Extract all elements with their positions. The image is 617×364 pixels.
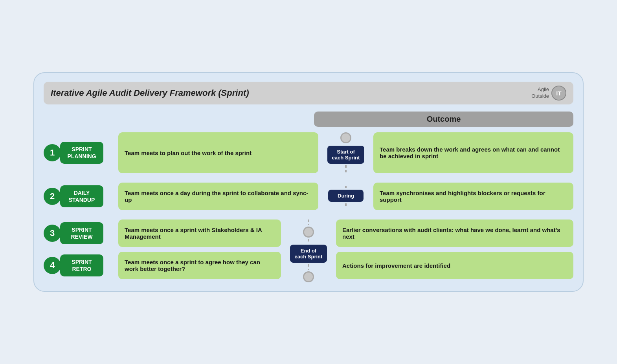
connector-top-1 — [340, 132, 351, 143]
num-1: 1 — [44, 144, 61, 161]
logo-text: Agile Outside — [531, 86, 549, 100]
row4-right: Actions for improvement are identified — [336, 252, 573, 279]
right-desc-4: Actions for improvement are identified — [336, 252, 573, 279]
timing-end: End of each Sprint — [290, 245, 327, 263]
dash-bot-2 — [345, 203, 347, 207]
framework-body: 1 SPRINT PLANNING Team meets to plan out… — [44, 132, 573, 282]
badge-1: 1 SPRINT PLANNING — [44, 142, 114, 164]
num-3: 3 — [44, 225, 61, 242]
row-sprint-review-retro: 3 SPRINT REVIEW Team meets once a sprint… — [44, 219, 573, 282]
dash-top-end — [308, 219, 309, 225]
logo-area: Agile Outside iT — [531, 86, 566, 101]
left-stacked: 3 SPRINT REVIEW Team meets once a sprint… — [44, 219, 281, 282]
timing-2: During — [328, 190, 364, 202]
label-sprint-review: SPRINT REVIEW — [60, 222, 103, 244]
left-desc-3: Team meets once a sprint with Stakeholde… — [118, 219, 281, 247]
center-1: Start of each Sprint — [318, 132, 373, 173]
main-title: Iterative Agile Audit Delivery Framework… — [51, 88, 249, 98]
row-daily-standup: 2 DAILY STANDUP Team meets once a day du… — [44, 183, 573, 210]
dash-bot-end — [308, 264, 309, 270]
right-desc-3: Earlier conversations with audit clients… — [336, 219, 573, 247]
timing-1: Start of each Sprint — [327, 146, 365, 164]
right-stacked: Earlier conversations with audit clients… — [336, 219, 573, 282]
label-sprint-planning: SPRINT PLANNING — [60, 142, 103, 164]
left-desc-1: Team meets to plan out the work of the s… — [118, 132, 318, 173]
connector-bottom — [303, 271, 314, 282]
outcome-row: Outcome — [44, 112, 573, 127]
badge-2: 2 DAILY STANDUP — [44, 185, 114, 207]
num-4: 4 — [44, 257, 61, 274]
dash-mid-end — [308, 239, 309, 243]
num-2: 2 — [44, 188, 61, 205]
dash-top-2 — [345, 186, 347, 190]
connector-end — [303, 227, 314, 238]
row3-left: 3 SPRINT REVIEW Team meets once a sprint… — [44, 219, 281, 247]
row3-right: Earlier conversations with audit clients… — [336, 219, 573, 247]
left-desc-2: Team meets once a day during the sprint … — [118, 183, 318, 210]
left-desc-4: Team meets once a sprint to agree how th… — [118, 252, 281, 279]
right-desc-2: Team synchronises and highlights blocker… — [373, 183, 573, 210]
label-sprint-retro: SPRINT RETRO — [60, 254, 103, 276]
badge-4: 4 SPRINT RETRO — [44, 254, 114, 276]
row4-left: 4 SPRINT RETRO Team meets once a sprint … — [44, 252, 281, 279]
dash-1 — [345, 165, 347, 173]
label-daily-standup: DAILY STANDUP — [60, 185, 103, 207]
center-2: During — [318, 183, 373, 210]
badge-3: 3 SPRINT REVIEW — [44, 222, 114, 244]
row-sprint-planning: 1 SPRINT PLANNING Team meets to plan out… — [44, 132, 573, 173]
framework-container: Iterative Agile Audit Delivery Framework… — [33, 72, 584, 292]
outcome-bar: Outcome — [314, 112, 573, 127]
center-end-sprint: End of each Sprint — [281, 219, 336, 282]
title-bar: Iterative Agile Audit Delivery Framework… — [44, 82, 573, 104]
right-desc-1: Team breaks down the work and agrees on … — [373, 132, 573, 173]
logo-circle: iT — [551, 86, 566, 101]
